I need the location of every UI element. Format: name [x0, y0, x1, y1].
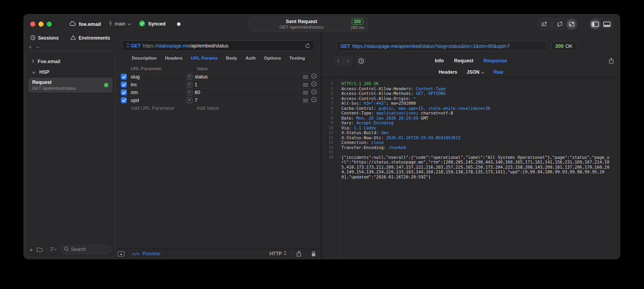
- request-summary-status: 200 280 ms: [351, 19, 364, 30]
- param-value[interactable]: 1: [195, 82, 303, 87]
- preview-button[interactable]: </> Preview: [126, 249, 166, 259]
- param-value[interactable]: 7: [195, 98, 303, 103]
- method-selector[interactable]: GET: [126, 43, 141, 49]
- drag-handle-icon[interactable]: [303, 89, 308, 96]
- response-line: 2Access-Control-Allow-Headers: Content-T…: [322, 86, 620, 91]
- param-name[interactable]: slug: [131, 74, 187, 80]
- response-status-box: 200 OK: [551, 41, 577, 51]
- param-checkbox[interactable]: [121, 82, 127, 87]
- line-number: 14: [322, 145, 337, 150]
- search-input[interactable]: Search: [60, 245, 111, 254]
- share-icon[interactable]: [292, 251, 306, 257]
- tree-item-hsp[interactable]: HSP: [26, 67, 115, 77]
- param-checkbox[interactable]: [121, 97, 127, 103]
- param-name[interactable]: inc: [131, 82, 187, 87]
- tab-headers[interactable]: Headers: [165, 56, 182, 60]
- tree-item-foe-email[interactable]: Foe.email: [26, 56, 115, 67]
- collapse-panel-button[interactable]: ▲: [116, 249, 126, 259]
- response-url-field[interactable]: GET https://statuspage.me/api/embed/stat…: [336, 41, 547, 51]
- request-summary-text: Sent Request GET /api/embed/status: [252, 19, 351, 30]
- publish-icon[interactable]: [539, 19, 549, 29]
- url-scheme: https://: [143, 43, 158, 49]
- merge-icon[interactable]: [555, 19, 565, 29]
- minimize-window-button[interactable]: [38, 22, 44, 27]
- request-list-item-selected[interactable]: Request GET /api/embed/status: [28, 78, 113, 93]
- line-content: Cache-Control: public, max-age=15, stale…: [337, 106, 620, 111]
- toolbar-divider: [46, 247, 47, 253]
- branch-switcher[interactable]: main: [109, 20, 131, 27]
- tab-description[interactable]: Description: [132, 56, 157, 60]
- request-tree: Foe.email HSP Request GET /api/embed/sta…: [26, 51, 115, 93]
- remove-param-icon[interactable]: [311, 89, 317, 96]
- code-segment: Accept-Encoding: [356, 120, 394, 125]
- tab-url-params[interactable]: URL Params: [191, 56, 218, 60]
- column-header-parameter: URL Parameter: [131, 66, 162, 71]
- tab-body[interactable]: Body: [226, 56, 237, 60]
- code-segment: Access-Control-Allow-Origin:: [341, 96, 413, 101]
- param-value[interactable]: status: [195, 74, 303, 80]
- param-row: slug=status: [116, 73, 321, 81]
- history-clock-icon[interactable]: [356, 56, 366, 66]
- share-icon[interactable]: [609, 58, 614, 64]
- chevron-right-icon: [32, 59, 34, 64]
- bottom-panel-icon[interactable]: [602, 19, 612, 29]
- add-icon[interactable]: +: [29, 44, 32, 50]
- sidebar-panel-icon[interactable]: [590, 19, 600, 29]
- project-switcher[interactable]: foe.email: [69, 20, 101, 27]
- sidebar-toolbar: + Search: [29, 245, 111, 254]
- remove-param-icon[interactable]: [311, 97, 317, 104]
- request-summary-pill[interactable]: Sent Request GET /api/embed/status 200 2…: [248, 17, 368, 31]
- lock-icon[interactable]: [306, 251, 321, 257]
- url-host: statuspage.me: [157, 43, 190, 49]
- request-url-bar[interactable]: GET https://statuspage.me/api/embed/stat…: [122, 40, 314, 51]
- tab-auth[interactable]: Auth: [245, 56, 255, 60]
- remove-icon[interactable]: −: [36, 44, 39, 50]
- drag-handle-icon[interactable]: [303, 81, 308, 88]
- params-add-row[interactable]: Add URL Parameter Add Value: [116, 104, 321, 112]
- traffic-lights: [30, 22, 52, 27]
- subtab-json[interactable]: JSON: [467, 69, 484, 75]
- footer-right-controls: HTTP: [265, 249, 321, 259]
- remove-param-icon[interactable]: [311, 81, 317, 88]
- sort-list-icon[interactable]: [50, 247, 57, 252]
- chevron-down-icon: [128, 21, 131, 27]
- request-url[interactable]: https://statuspage.me/api/embed/status: [143, 43, 228, 49]
- drag-handle-icon[interactable]: [303, 97, 308, 104]
- tab-request[interactable]: Request: [454, 58, 473, 64]
- add-parameter-placeholder[interactable]: Add URL Parameter: [131, 105, 175, 111]
- param-checkbox[interactable]: [121, 89, 127, 95]
- sidebar-tabs: Sessions Environments: [24, 33, 116, 43]
- forward-icon[interactable]: [343, 56, 353, 66]
- sync-status[interactable]: Synced: [139, 20, 165, 28]
- subtab-raw[interactable]: Raw: [494, 69, 504, 75]
- remove-param-icon[interactable]: [311, 73, 317, 80]
- param-value[interactable]: 60: [195, 90, 303, 95]
- line-content: Access-Control-Allow-Headers: Content-Ty…: [337, 86, 620, 91]
- add-value-placeholder[interactable]: Add Value: [197, 105, 219, 111]
- tab-environments[interactable]: Environments: [70, 35, 110, 41]
- tab-sessions[interactable]: Sessions: [30, 35, 59, 42]
- params-table-body: slug=statusinc=1rtm=60upd=7: [116, 73, 321, 104]
- tab-info[interactable]: Info: [435, 58, 444, 64]
- status-code-badge: 200: [352, 19, 363, 25]
- close-window-button[interactable]: [30, 22, 35, 27]
- new-request-icon[interactable]: +: [29, 246, 33, 253]
- tab-testing[interactable]: Testing: [289, 56, 305, 60]
- tab-response[interactable]: Response: [483, 58, 507, 64]
- zoom-window-button[interactable]: [47, 22, 52, 27]
- protocol-selector[interactable]: HTTP: [265, 251, 291, 256]
- sync-transfer-icon[interactable]: [566, 19, 577, 29]
- param-name[interactable]: rtm: [131, 90, 187, 95]
- code-segment: dev: [381, 130, 389, 135]
- code-segment: GMT: [418, 116, 428, 120]
- param-name[interactable]: upd: [131, 98, 187, 103]
- subtab-label: JSON: [467, 69, 480, 75]
- drag-handle-icon[interactable]: [303, 73, 308, 80]
- tab-options[interactable]: Options: [264, 56, 281, 60]
- subtab-headers[interactable]: Headers: [439, 69, 457, 75]
- refresh-icon[interactable]: [305, 43, 310, 49]
- back-icon[interactable]: [334, 56, 343, 66]
- new-group-icon[interactable]: [36, 247, 43, 252]
- param-checkbox[interactable]: [121, 74, 127, 80]
- code-segment: X-Status-Build:: [341, 130, 381, 135]
